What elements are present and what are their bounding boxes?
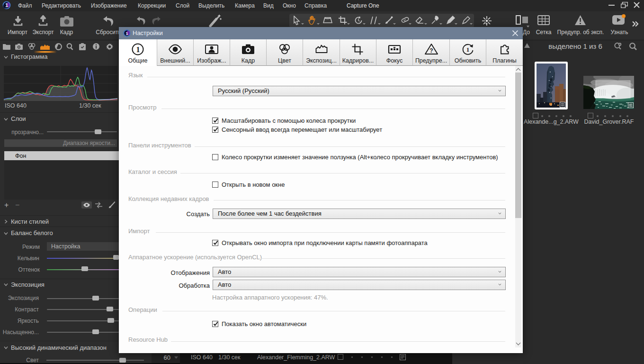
svg-text:1: 1 (466, 46, 470, 53)
svg-text:1: 1 (5, 2, 8, 8)
svg-text:1: 1 (125, 31, 128, 36)
svg-text:?: ? (429, 47, 433, 54)
svg-text:1: 1 (136, 46, 140, 54)
